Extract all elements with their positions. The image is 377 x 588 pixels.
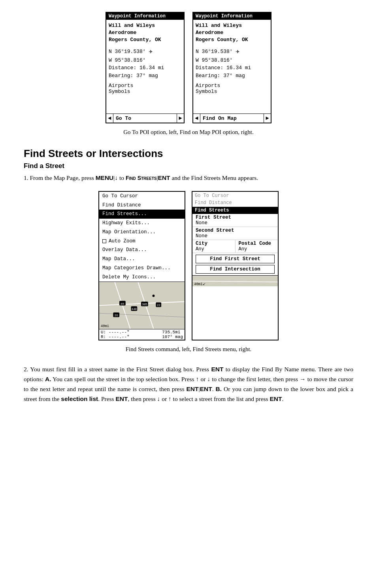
map-menu-panel: Go To Cursor Find Distance Find Streets.… <box>98 191 185 341</box>
left-panel-name: Will and Wileys Aerodrome Rogers County,… <box>109 22 181 44</box>
postal-label: Postal Code <box>239 241 275 246</box>
auto-zoom-checkbox[interactable] <box>102 239 106 243</box>
left-panel-coords: N 36°19.538' ✈ W 95°38.816' Distance: 16… <box>109 47 181 80</box>
menu-item-map-data[interactable]: Map Data... <box>99 255 185 264</box>
menu-item-map-orientation[interactable]: Map Orientation... <box>99 228 185 237</box>
right-airports-label: Airports <box>196 83 268 89</box>
svg-point-15 <box>153 295 155 297</box>
menu-item-goto-cursor[interactable]: Go To Cursor <box>99 192 185 201</box>
left-panel-body: Will and Wileys Aerodrome Rogers County,… <box>106 20 184 112</box>
right-coord-n: N 36°19.538' <box>196 48 233 56</box>
middle-panels-container: Go To Cursor Find Distance Find Streets.… <box>24 191 353 341</box>
left-name-line2: Aerodrome <box>109 30 136 36</box>
left-bearing: Bearing: 37° mag <box>109 72 181 80</box>
menu-item-delete-icons[interactable]: Delete My Icons... <box>99 273 185 282</box>
right-symbols-label: Symbols <box>196 89 268 95</box>
sub-heading: Find a Street <box>24 162 353 170</box>
right-footer-arrow-left[interactable]: ◄ <box>193 114 200 123</box>
option-b-label: B. <box>216 386 222 392</box>
speed-value: 735.5mi <box>162 330 183 335</box>
menu-item-highway-exits[interactable]: Highway Exits... <box>99 219 185 228</box>
left-panel-airports: Airports Symbols <box>109 83 181 95</box>
right-coord-w: W 95°38.816' <box>196 57 268 64</box>
city-postal-row: City Any Postal Code Any <box>192 240 278 253</box>
u-row: U: ----.--" <box>101 330 130 335</box>
first-street-value[interactable]: None <box>192 220 278 227</box>
section-heading: Find Streets or Intersections <box>24 147 353 160</box>
city-label: City <box>196 241 232 246</box>
svg-text:40mi: 40mi <box>101 325 109 329</box>
menu-key: MENU <box>96 174 114 181</box>
map-status-left: U: ----.--" R: ----.--" <box>101 330 130 339</box>
svg-text:20: 20 <box>115 314 118 317</box>
bearing-value: 107° mag <box>162 335 183 339</box>
menu-item-find-distance[interactable]: Find Distance <box>99 201 185 210</box>
left-airports-label: Airports <box>109 83 181 89</box>
map-status-right: 735.5mi 107° mag <box>162 330 183 339</box>
menu-item-auto-zoom[interactable]: Auto Zoom <box>99 237 185 246</box>
find-intersection-button[interactable]: Find Intersection <box>196 265 275 274</box>
left-waypoint-panel: Waypoint Information Will and Wileys Aer… <box>106 12 185 123</box>
menu-item-find-streets[interactable]: Find Streets... <box>99 210 185 219</box>
middle-caption: Find Streets command, left, Find Streets… <box>24 346 353 353</box>
streets-header-distance: Find Distance <box>195 199 275 206</box>
airplane-icon-right: ✈ <box>236 47 240 57</box>
ent-key-2: ENT <box>211 366 223 372</box>
right-bearing: Bearing: 37° mag <box>196 72 268 80</box>
streets-section-label: Find Streets <box>192 207 278 214</box>
map-svg: 65 448 385 22 20 40mi <box>99 282 185 329</box>
body-paragraph-2: 2. You must first fill in a street name … <box>24 365 353 404</box>
body-paragraph-1: 1. From the Map Page, press MENU|↓ to Fi… <box>24 173 353 183</box>
map-area: 65 448 385 22 20 40mi <box>99 282 185 329</box>
svg-text:65: 65 <box>121 302 124 306</box>
find-streets-ref: Find Streets <box>126 175 156 181</box>
right-name-line1: Will and Wileys <box>196 23 242 28</box>
svg-text:448: 448 <box>132 308 137 311</box>
right-panel-footer[interactable]: ◄ Find On Map ► <box>193 113 271 123</box>
ent-ent-key: ENT <box>187 386 199 392</box>
left-panel-title: Waypoint Information <box>106 13 184 20</box>
svg-text:385: 385 <box>142 303 147 306</box>
left-symbols-label: Symbols <box>109 89 181 95</box>
second-street-label: Second Street <box>192 227 278 233</box>
right-panel-body: Will and Wileys Aerodrome Rogers County,… <box>193 20 271 112</box>
svg-text:40mi↙: 40mi↙ <box>194 282 206 286</box>
left-distance: Distance: 16.34 mi <box>109 64 181 72</box>
menu-item-overlay-data[interactable]: Overlay Data... <box>99 246 185 255</box>
find-first-street-button[interactable]: Find First Street <box>196 255 275 263</box>
left-footer-label: Go To <box>113 115 177 122</box>
right-footer-arrow-right[interactable]: ► <box>264 114 271 123</box>
left-name-line3: Rogers County, OK <box>109 37 161 43</box>
postal-value[interactable]: Any <box>239 246 275 252</box>
left-name-line1: Will and Wileys <box>109 23 155 28</box>
r-row: R: ----.--" <box>101 335 130 339</box>
right-panel-coords: N 36°19.538' ✈ W 95°38.816' Distance: 16… <box>196 47 268 80</box>
ent-key-4: ENT <box>116 395 128 402</box>
left-footer-arrow-left[interactable]: ◄ <box>106 114 113 123</box>
postal-col: Postal Code Any <box>236 240 278 253</box>
option-a-label: A. <box>45 376 51 382</box>
left-coord-n: N 36°19.538' <box>109 48 146 56</box>
city-value[interactable]: Any <box>196 246 232 252</box>
streets-footer-svg: 40mi↙ <box>192 276 278 286</box>
ent-key-1: ENT <box>158 174 170 181</box>
right-panel-name: Will and Wileys Aerodrome Rogers County,… <box>196 22 268 44</box>
left-coord-w: W 95°38.816' <box>109 57 181 64</box>
second-street-value[interactable]: None <box>192 233 278 240</box>
ent-key-5: ENT <box>270 395 282 402</box>
airplane-icon-left: ✈ <box>149 47 153 57</box>
top-caption: Go To POI option, left, Find on Map POI … <box>24 129 353 136</box>
streets-footer-map: 40mi↙ <box>192 275 278 286</box>
streets-header: Go To Cursor Find Distance <box>192 192 278 207</box>
menu-item-map-categories[interactable]: Map Categories Drawn... <box>99 264 185 273</box>
city-col: City Any <box>192 240 236 253</box>
right-name-line3: Rogers County, OK <box>196 37 248 43</box>
right-footer-label: Find On Map <box>200 115 264 122</box>
left-panel-footer[interactable]: ◄ Go To ► <box>106 113 184 123</box>
selection-list-label: selection list <box>61 395 98 402</box>
ent-key-3: ENT <box>200 386 212 392</box>
right-distance: Distance: 16.34 mi <box>196 64 268 72</box>
left-footer-arrow-right[interactable]: ► <box>177 114 184 123</box>
top-panels-container: Waypoint Information Will and Wileys Aer… <box>24 12 353 123</box>
svg-text:22: 22 <box>157 304 160 307</box>
